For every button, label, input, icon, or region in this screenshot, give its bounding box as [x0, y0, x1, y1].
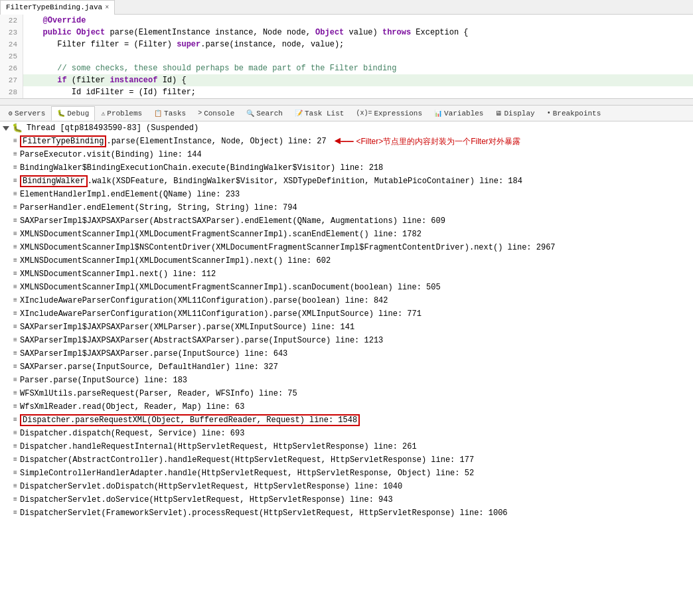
stack-frame-28[interactable]: ≡ DispatcherServlet(FrameworkServlet).pr… [0, 506, 693, 520]
code-line-28: 28 Id idFilter = (Id) filter; [0, 86, 693, 98]
stack-frame-13[interactable]: ≡ XIncludeAwareParserConfiguration(XML11… [0, 307, 693, 321]
annotation-text-0: <Filter>节点里的内容封装为一个Filter对外暴露 [356, 136, 520, 147]
search-icon: 🔍 [246, 110, 254, 117]
stack-frame-12[interactable]: ≡ XIncludeAwareParserConfiguration(XML11… [0, 294, 693, 307]
frame-text-22: Dispatcher.dispatch(Request, Service) li… [20, 427, 244, 439]
stack-frame-16[interactable]: ≡ SAXParserImpl$JAXPSAXParser.parse(Inpu… [0, 347, 693, 360]
tab-servers-label: Servers [15, 110, 45, 117]
stack-frame-4[interactable]: ≡ ElementHandlerImpl.endElement(QName) l… [0, 188, 693, 201]
frame-icon-16: ≡ [13, 348, 17, 360]
frame-icon-2: ≡ [13, 162, 17, 174]
tab-tasklist[interactable]: 📝 Task List [289, 106, 350, 121]
collapse-triangle-icon[interactable] [3, 126, 9, 131]
frame-text-13: XIncludeAwareParserConfiguration(XML11Co… [20, 308, 422, 320]
boxed-text-3: BindingWalker [20, 175, 88, 187]
frame-text-12: XIncludeAwareParserConfiguration(XML11Co… [20, 295, 388, 307]
stack-frame-23[interactable]: ≡ Dispatcher.handleRequestInternal(HttpS… [0, 440, 693, 453]
stack-frame-6[interactable]: ≡ SAXParserImpl$JAXPSAXParser(AbstractSA… [0, 214, 693, 228]
frame-icon-23: ≡ [13, 441, 17, 453]
editor-area: FilterTypeBinding.java × 22 @Override 23… [0, 0, 693, 106]
frame-icon-11: ≡ [13, 281, 17, 293]
tab-display[interactable]: 🖥 Display [489, 106, 540, 121]
debug-icon: 🐛 [57, 110, 65, 117]
editor-tab[interactable]: FilterTypeBinding.java × [0, 0, 115, 15]
breakpoints-icon: • [547, 110, 551, 117]
tab-console-label: Console [204, 110, 234, 117]
horizontal-scrollbar[interactable] [0, 98, 693, 105]
stack-frame-0[interactable]: ≡ FilterTypeBinding.parse(ElementInstanc… [0, 135, 329, 148]
frame-icon-10: ≡ [13, 268, 17, 280]
frame-icon-4: ≡ [13, 189, 17, 200]
frame-icon-6: ≡ [13, 215, 17, 227]
frame-icon-17: ≡ [13, 361, 17, 373]
frame-text-16: SAXParserImpl$JAXPSAXParser.parse(InputS… [20, 348, 287, 360]
stack-frame-3[interactable]: ≡ BindingWalker.walk(XSDFeature, Binding… [0, 175, 693, 188]
stack-frame-24[interactable]: ≡ Dispatcher(AbstractController).handleR… [0, 453, 693, 467]
code-line-24: 24 Filter filter = (Filter) super.parse(… [0, 38, 693, 50]
frame-text-23: Dispatcher.handleRequestInternal(HttpSer… [20, 441, 417, 453]
stack-frame-5[interactable]: ≡ ParserHandler.endElement(String, Strin… [0, 201, 693, 214]
tab-servers[interactable]: ⚙ Servers [3, 106, 51, 121]
tab-bar: FilterTypeBinding.java × [0, 0, 693, 15]
frame-icon-15: ≡ [13, 335, 17, 346]
frame-text-15: SAXParserImpl$JAXPSAXParser(AbstractSAXP… [20, 335, 383, 346]
frame-icon-7: ≡ [13, 228, 17, 240]
stack-frame-22[interactable]: ≡ Dispatcher.dispatch(Request, Service) … [0, 427, 693, 440]
tab-breakpoints[interactable]: • Breakpoints [541, 106, 607, 121]
frame-text-10: XMLNSDocumentScannerImpl.next() line: 11… [20, 268, 216, 280]
code-line-23: 23 public Object parse(ElementInstance i… [0, 27, 693, 38]
frame-text-8: XMLNSDocumentScannerImpl$NSContentDriver… [20, 242, 556, 254]
frame-icon-19: ≡ [13, 388, 17, 400]
stack-frame-14[interactable]: ≡ SAXParserImpl$JAXPSAXParser(XMLParser)… [0, 321, 693, 334]
frame-text-18: Parser.parse(InputSource) line: 183 [20, 374, 187, 386]
frame-icon-3: ≡ [13, 175, 17, 187]
tab-expressions[interactable]: (x)= Expressions [350, 106, 428, 121]
stack-frame-row-0: ≡ FilterTypeBinding.parse(ElementInstanc… [0, 135, 693, 148]
code-line-22: 22 @Override [0, 15, 693, 27]
frame-text-20: WfsXmlReader.read(Object, Reader, Map) l… [20, 401, 244, 413]
tab-close-icon[interactable]: × [105, 4, 109, 11]
stack-frame-18[interactable]: ≡ Parser.parse(InputSource) line: 183 [0, 374, 693, 387]
tab-display-label: Display [504, 110, 534, 117]
stack-frame-20[interactable]: ≡ WfsXmlReader.read(Object, Reader, Map)… [0, 400, 693, 414]
tasks-icon: 📋 [154, 110, 162, 117]
tab-variables[interactable]: 📊 Variables [428, 106, 489, 121]
line-number: 22 [0, 15, 23, 27]
thread-row[interactable]: 🐛 Thread [qtp818493590-83] (Suspended) [0, 121, 693, 135]
tab-breakpoints-label: Breakpoints [553, 110, 601, 117]
variables-icon: 📊 [434, 110, 442, 117]
line-number: 28 [0, 86, 23, 98]
stack-frame-2[interactable]: ≡ BindingWalker$BindingExecutionChain.ex… [0, 161, 693, 175]
stack-frame-27[interactable]: ≡ DispatcherServlet.doService(HttpServle… [0, 493, 693, 506]
stack-frame-19[interactable]: ≡ WFSXmlUtils.parseRequest(Parser, Reade… [0, 387, 693, 400]
frame-icon-22: ≡ [13, 427, 17, 439]
tab-debug[interactable]: 🐛 Debug [51, 106, 95, 121]
frame-text-19: WFSXmlUtils.parseRequest(Parser, Reader,… [20, 388, 297, 400]
frame-text-11: XMLNSDocumentScannerImpl(XMLDocumentFrag… [20, 281, 441, 293]
stack-frame-26[interactable]: ≡ DispatcherServlet.doDispatch(HttpServl… [0, 480, 693, 493]
stack-frame-8[interactable]: ≡ XMLNSDocumentScannerImpl$NSContentDriv… [0, 241, 693, 254]
frame-text-9: XMLNSDocumentScannerImpl(XMLDocumentScan… [20, 255, 331, 267]
frame-icon-12: ≡ [13, 295, 17, 307]
tab-tasks[interactable]: 📋 Tasks [148, 106, 192, 121]
tab-console[interactable]: > Console [192, 106, 240, 121]
tab-problems[interactable]: ⚠ Problems [95, 106, 148, 121]
stack-frame-1[interactable]: ≡ ParseExecutor.visit(Binding) line: 144 [0, 148, 693, 161]
stack-frame-15[interactable]: ≡ SAXParserImpl$JAXPSAXParser(AbstractSA… [0, 334, 693, 347]
stack-frame-7[interactable]: ≡ XMLNSDocumentScannerImpl(XMLDocumentFr… [0, 228, 693, 241]
stack-frame-21[interactable]: ≡ Dispatcher.parseRequestXML(Object, Buf… [0, 414, 693, 427]
frame-icon-1: ≡ [13, 149, 17, 161]
frame-icon-13: ≡ [13, 308, 17, 320]
frame-text-17: SAXParser.parse(InputSource, DefaultHand… [20, 361, 278, 373]
frame-icon-21: ≡ [13, 414, 17, 426]
stack-frame-9[interactable]: ≡ XMLNSDocumentScannerImpl(XMLDocumentSc… [0, 254, 693, 268]
stack-frame-11[interactable]: ≡ XMLNSDocumentScannerImpl(XMLDocumentFr… [0, 281, 693, 294]
tab-search[interactable]: 🔍 Search [240, 106, 289, 121]
stack-frame-10[interactable]: ≡ XMLNSDocumentScannerImpl.next() line: … [0, 268, 693, 281]
stack-frame-17[interactable]: ≡ SAXParser.parse(InputSource, DefaultHa… [0, 360, 693, 374]
stack-frame-25[interactable]: ≡ SimpleControllerHandlerAdapter.handle(… [0, 467, 693, 480]
frame-text-0: FilterTypeBinding.parse(ElementInstance,… [20, 135, 327, 147]
frame-icon-18: ≡ [13, 374, 17, 386]
frame-icon-9: ≡ [13, 255, 17, 267]
line-number: 24 [0, 38, 23, 50]
